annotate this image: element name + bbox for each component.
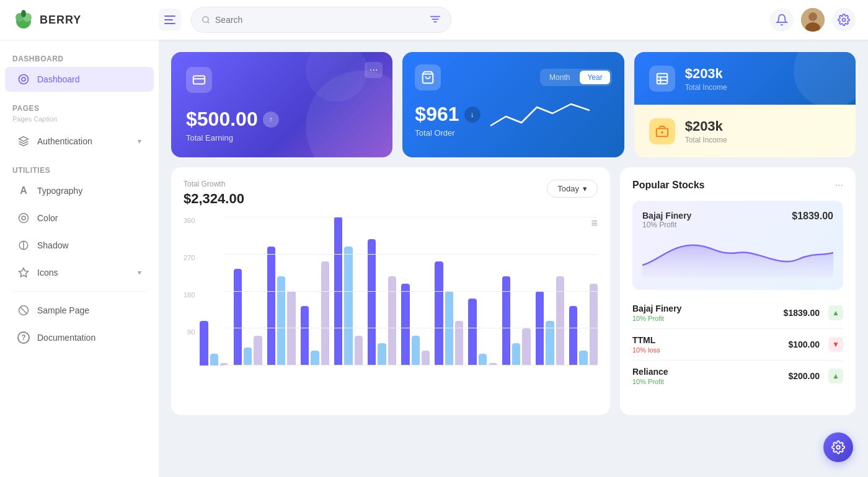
sidebar-item-authentication[interactable]: Authentication ▾	[5, 129, 154, 154]
topnav: BERRY	[0, 0, 868, 40]
sidebar-item-documentation[interactable]: ? Documentation	[5, 325, 154, 350]
bar-light-blue	[479, 354, 487, 365]
sidebar-item-authentication-label: Authentication	[37, 136, 92, 146]
stocks-card: Popular Stocks ··· Bajaj Finery 10% Prof…	[620, 167, 856, 415]
stock-row-ttml: TTML 10% loss $100.00 ▼	[632, 329, 843, 361]
filter-button[interactable]	[430, 15, 441, 25]
y-label-90: 90	[184, 328, 195, 336]
bar-light-blue	[344, 247, 352, 365]
bars-container	[200, 217, 598, 365]
settings-button[interactable]	[832, 8, 856, 32]
chart-card: Total Growth $2,324.00 Today ▾ ≡ 360 270	[171, 167, 610, 415]
svg-rect-25	[193, 76, 205, 84]
card-order-top: Month Year	[415, 64, 611, 90]
sidebar-item-icons[interactable]: Icons ▾	[5, 260, 154, 285]
bar-light-blue	[512, 343, 520, 365]
sidebar-item-documentation-label: Documentation	[37, 333, 95, 343]
documentation-icon: ?	[17, 331, 30, 344]
hamburger-button[interactable]	[159, 9, 181, 31]
stock-reliance-name: Reliance	[632, 367, 668, 377]
app-name: BERRY	[40, 14, 81, 27]
stock-ttml-sub: 10% loss	[632, 346, 660, 354]
svg-marker-22	[19, 268, 29, 277]
search-icon	[202, 15, 210, 25]
chart-header: Total Growth $2,324.00 Today ▾	[184, 180, 598, 207]
color-icon	[17, 212, 30, 224]
chart-title: Total Growth	[184, 180, 244, 188]
card-more-button[interactable]: ···	[365, 62, 383, 78]
stock-list: Bajaj Finery 10% Profit $1839.00 ▲ TTML …	[632, 297, 843, 392]
bar-light-blue	[579, 351, 587, 365]
bar-purple	[502, 276, 510, 365]
stock-chart-top: Bajaj Finery 10% Profit $1839.00	[642, 211, 833, 229]
svg-point-7	[203, 17, 208, 22]
stock-reliance-price: $200.00	[788, 371, 820, 381]
earning-amount: $500.00 ↑	[186, 108, 378, 131]
bar-light-purple	[287, 291, 295, 365]
bar-purple	[334, 217, 342, 365]
top-cards-row: ··· $500.00 ↑ Total Earning	[171, 52, 856, 157]
bar-purple	[468, 299, 476, 365]
notification-button[interactable]	[770, 8, 794, 32]
stocks-more-button[interactable]: ···	[835, 180, 843, 191]
stock-reliance-trend: ▲	[828, 369, 843, 383]
bar-light-purple	[522, 328, 530, 365]
tab-year[interactable]: Year	[580, 71, 609, 84]
bar-light-blue	[445, 291, 453, 365]
stock-bajaj-price: $1839.00	[784, 308, 820, 318]
bar-light-purple	[489, 363, 497, 365]
svg-line-24	[20, 307, 27, 314]
bar-light-blue	[244, 348, 252, 365]
bar-group	[200, 321, 228, 365]
sidebar-item-sample-page[interactable]: Sample Page	[5, 298, 154, 323]
bar-purple	[569, 306, 577, 365]
svg-point-13	[808, 12, 817, 21]
bar-purple	[267, 247, 275, 365]
sidebar-item-color[interactable]: Color	[5, 206, 154, 230]
bar-light-purple	[422, 351, 430, 365]
svg-point-17	[22, 77, 25, 81]
search-input[interactable]	[215, 15, 425, 25]
bar-light-purple	[220, 363, 228, 365]
featured-stock-profit: 10% Profit	[642, 221, 691, 229]
order-bottom: $961 ↓ Total Order	[415, 98, 611, 138]
bottom-row: Total Growth $2,324.00 Today ▾ ≡ 360 270	[171, 167, 856, 415]
tab-month[interactable]: Month	[542, 71, 577, 84]
bar-group	[468, 299, 497, 365]
income-blue-amount: $203k	[685, 66, 727, 82]
bar-light-blue	[412, 336, 420, 365]
bar-light-blue	[378, 343, 386, 365]
order-trend-icon: ↓	[464, 107, 480, 123]
stock-row-reliance: Reliance 10% Profit $200.00 ▲	[632, 361, 843, 392]
sidebar: Dashboard Dashboard Pages Pages Caption …	[0, 40, 159, 477]
sidebar-item-shadow-label: Shadow	[37, 240, 69, 250]
svg-point-19	[22, 216, 25, 220]
stock-ttml-price: $100.00	[788, 339, 820, 349]
bar-purple	[401, 284, 409, 365]
bar-group	[334, 217, 363, 365]
chevron-down-icon: ▾	[138, 137, 141, 146]
featured-stock-name: Bajaj Finery	[642, 211, 691, 221]
bar-purple	[200, 321, 208, 365]
bar-light-blue	[311, 351, 319, 365]
bar-light-purple	[254, 336, 262, 365]
svg-point-15	[843, 19, 846, 22]
sidebar-divider	[12, 291, 146, 292]
sidebar-item-dashboard[interactable]: Dashboard	[5, 67, 154, 92]
sidebar-item-shadow[interactable]: Shadow	[5, 233, 154, 258]
bar-light-blue	[546, 321, 554, 365]
earning-icon-box	[186, 67, 212, 93]
bar-light-purple	[455, 321, 463, 365]
avatar[interactable]	[801, 8, 825, 32]
featured-stock-box: Bajaj Finery 10% Profit $1839.00	[632, 201, 843, 290]
earning-trend-icon: ↑	[263, 112, 279, 128]
today-filter-button[interactable]: Today ▾	[547, 180, 598, 198]
chart-amount: $2,324.00	[184, 191, 244, 207]
sidebar-item-typography[interactable]: A Typography	[5, 178, 154, 203]
y-label-180: 180	[184, 291, 195, 299]
bar-purple	[435, 261, 443, 365]
icons-icon	[17, 266, 30, 279]
fab-button[interactable]	[823, 432, 853, 462]
dashboard-icon	[17, 73, 30, 85]
right-cards: $203k Total Income $203k Total Income	[634, 52, 856, 157]
